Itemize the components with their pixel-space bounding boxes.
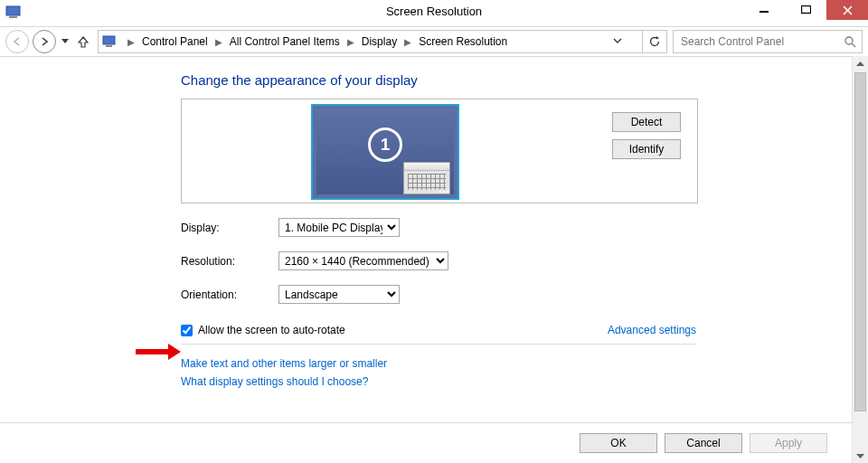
minimize-button[interactable] bbox=[743, 0, 785, 20]
vertical-scrollbar[interactable] bbox=[852, 56, 868, 463]
close-button[interactable] bbox=[826, 0, 868, 20]
chevron-right-icon: ▶ bbox=[215, 37, 222, 47]
auto-rotate-label: Allow the screen to auto-rotate bbox=[198, 324, 345, 336]
monitor-number: 1 bbox=[368, 128, 402, 162]
window-controls bbox=[743, 0, 868, 20]
auto-rotate-checkbox[interactable]: Allow the screen to auto-rotate bbox=[181, 324, 345, 336]
chevron-up-icon bbox=[856, 61, 864, 67]
dialog-button-bar: OK Cancel Apply bbox=[0, 422, 853, 463]
search-icon bbox=[844, 35, 856, 48]
crumb-control-panel[interactable]: Control Panel bbox=[140, 35, 210, 48]
history-dropdown-icon[interactable] bbox=[61, 39, 69, 44]
display-label: Display: bbox=[181, 222, 278, 234]
chevron-right-icon: ▶ bbox=[404, 37, 411, 47]
search-box[interactable] bbox=[673, 30, 863, 53]
maximize-button[interactable] bbox=[785, 0, 826, 20]
close-icon bbox=[843, 5, 853, 15]
detect-button[interactable]: Detect bbox=[612, 112, 681, 132]
svg-rect-3 bbox=[801, 6, 810, 14]
back-button[interactable] bbox=[5, 30, 29, 53]
orientation-select[interactable]: Landscape bbox=[278, 285, 400, 304]
svg-rect-2 bbox=[760, 11, 769, 13]
chevron-down-icon bbox=[856, 453, 864, 458]
scrollbar-thumb[interactable] bbox=[854, 72, 866, 411]
resolution-select[interactable]: 2160 × 1440 (Recommended) bbox=[278, 251, 448, 270]
forward-icon bbox=[39, 36, 50, 47]
title-bar: Screen Resolution bbox=[0, 0, 868, 26]
maximize-icon bbox=[801, 5, 811, 14]
cancel-button[interactable]: Cancel bbox=[665, 433, 742, 453]
orientation-label: Orientation: bbox=[181, 288, 278, 301]
minimize-icon bbox=[760, 5, 769, 14]
crumb-screen-resolution[interactable]: Screen Resolution bbox=[417, 35, 509, 48]
content: Change the appearance of your display 1 … bbox=[0, 56, 853, 463]
separator bbox=[181, 344, 696, 345]
control-panel-icon bbox=[102, 34, 117, 49]
monitor-thumbnail[interactable]: 1 ••• bbox=[311, 104, 459, 200]
chevron-right-icon: ▶ bbox=[347, 37, 354, 47]
svg-line-9 bbox=[852, 43, 855, 47]
address-dropdown-icon[interactable] bbox=[613, 33, 622, 48]
window-title: Screen Resolution bbox=[0, 5, 868, 18]
scroll-up-button[interactable] bbox=[853, 56, 868, 71]
apply-button: Apply bbox=[750, 433, 827, 453]
breadcrumb-box[interactable]: ▶ Control Panel ▶ All Control Panel Item… bbox=[98, 30, 643, 53]
up-button[interactable] bbox=[78, 35, 89, 48]
display-preview: 1 ••• Detect Identify bbox=[181, 99, 698, 203]
crumb-display[interactable]: Display bbox=[360, 35, 399, 48]
auto-rotate-input[interactable] bbox=[181, 325, 193, 336]
chevron-right-icon: ▶ bbox=[127, 37, 135, 47]
screen-resolution-window: Screen Resolution bbox=[0, 0, 868, 463]
page-heading: Change the appearance of your display bbox=[181, 72, 831, 88]
refresh-icon bbox=[648, 35, 661, 48]
display-select[interactable]: 1. Mobile PC Display bbox=[278, 218, 400, 237]
advanced-settings-link[interactable]: Advanced settings bbox=[608, 324, 696, 336]
scroll-down-button[interactable] bbox=[853, 448, 868, 463]
text-scaling-link[interactable]: Make text and other items larger or smal… bbox=[181, 357, 387, 370]
search-input[interactable] bbox=[679, 34, 844, 49]
identify-button[interactable]: Identify bbox=[612, 139, 681, 159]
client-area: Change the appearance of your display 1 … bbox=[0, 56, 868, 463]
crumb-all-items[interactable]: All Control Panel Items bbox=[228, 35, 342, 48]
address-bar: ▶ Control Panel ▶ All Control Panel Item… bbox=[0, 26, 868, 57]
forward-button[interactable] bbox=[33, 30, 56, 53]
help-link[interactable]: What display settings should I choose? bbox=[181, 375, 368, 388]
back-icon bbox=[12, 36, 23, 47]
svg-rect-6 bbox=[103, 36, 115, 44]
refresh-button[interactable] bbox=[643, 30, 667, 53]
svg-point-8 bbox=[845, 37, 853, 44]
svg-rect-7 bbox=[106, 45, 112, 47]
ok-button[interactable]: OK bbox=[580, 433, 657, 453]
resolution-label: Resolution: bbox=[181, 255, 278, 268]
